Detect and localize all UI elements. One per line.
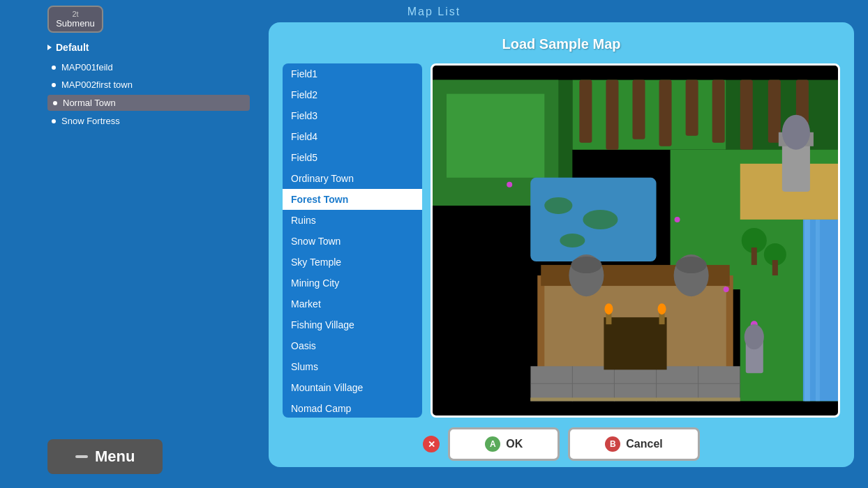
svg-point-41: [658, 303, 666, 314]
sidebar: Default MAP001feild MAP002first town Nor…: [47, 42, 250, 446]
sidebar-item-normaltown[interactable]: Normal Town: [47, 95, 250, 111]
dot-icon: [53, 101, 57, 105]
menu-button[interactable]: Menu: [47, 439, 163, 474]
svg-rect-14: [447, 94, 544, 178]
submenu-icon: 2t: [56, 10, 95, 18]
svg-rect-5: [606, 80, 618, 150]
svg-point-46: [507, 182, 512, 188]
cancel-button[interactable]: B Cancel: [568, 427, 699, 461]
list-item[interactable]: Ruins: [283, 210, 422, 231]
dialog-title: Load Sample Map: [283, 36, 840, 52]
b-badge: B: [605, 436, 620, 452]
sidebar-list: MAP001feild MAP002first town Normal Town…: [47, 60, 250, 128]
submenu-button[interactable]: 2t Submenu: [47, 6, 103, 33]
sidebar-group-label: Default: [47, 42, 250, 53]
dot-icon: [52, 83, 56, 87]
svg-point-55: [744, 324, 764, 349]
list-item[interactable]: Field5: [283, 147, 422, 168]
submenu-label: Submenu: [56, 18, 95, 29]
list-item[interactable]: Field1: [283, 63, 422, 84]
dot-icon: [52, 66, 56, 70]
list-item[interactable]: Fishing Village: [283, 314, 422, 335]
svg-point-17: [583, 210, 618, 229]
svg-rect-8: [686, 80, 698, 136]
svg-point-39: [604, 303, 613, 314]
svg-rect-53: [772, 260, 778, 275]
svg-point-18: [560, 234, 585, 247]
list-item[interactable]: Market: [283, 293, 422, 314]
ok-button[interactable]: A OK: [448, 427, 560, 461]
svg-point-48: [724, 287, 729, 292]
list-item[interactable]: Nomad Camp: [283, 398, 422, 418]
a-badge: A: [485, 436, 500, 452]
list-item[interactable]: Field3: [283, 105, 422, 126]
map-preview: [431, 63, 840, 418]
svg-rect-10: [740, 80, 753, 150]
dialog-content: Field1 Field2 Field3 Field4 Field5 Ordin…: [283, 63, 840, 418]
top-hint: Map List: [407, 6, 461, 18]
list-item[interactable]: Mountain Village: [283, 377, 422, 398]
svg-rect-56: [433, 275, 530, 401]
svg-rect-6: [632, 80, 645, 139]
map-canvas-svg: [433, 66, 838, 415]
svg-point-16: [544, 197, 572, 214]
x-close-icon[interactable]: ✕: [423, 436, 440, 452]
list-item[interactable]: Field2: [283, 84, 422, 105]
list-item-selected[interactable]: Forest Town: [283, 189, 422, 210]
svg-point-47: [675, 217, 680, 222]
sidebar-item-map001[interactable]: MAP001feild: [47, 60, 250, 75]
list-item[interactable]: Sky Temple: [283, 252, 422, 273]
load-sample-map-dialog: Load Sample Map Field1 Field2 Field3 Fie…: [269, 22, 854, 467]
svg-rect-2: [572, 80, 726, 150]
list-item[interactable]: Snow Town: [283, 231, 422, 252]
svg-rect-37: [604, 317, 666, 369]
list-item[interactable]: Slums: [283, 356, 422, 377]
svg-rect-44: [805, 220, 810, 401]
sidebar-item-map002[interactable]: MAP002first town: [47, 77, 250, 92]
list-item[interactable]: Ordinary Town: [283, 168, 422, 189]
triangle-icon: [47, 45, 52, 50]
list-item[interactable]: Mining City: [283, 273, 422, 293]
svg-rect-7: [659, 80, 672, 146]
svg-point-28: [571, 257, 601, 273]
dot-icon: [52, 119, 56, 123]
sidebar-item-snowfortress[interactable]: Snow Fortress: [47, 114, 250, 128]
dialog-footer: ✕ A OK B Cancel: [283, 427, 840, 461]
minus-icon: [75, 455, 88, 458]
list-item[interactable]: Oasis: [283, 335, 422, 356]
svg-point-23: [782, 115, 810, 150]
map-list-container: Field1 Field2 Field3 Field4 Field5 Ordin…: [283, 63, 422, 418]
svg-rect-9: [712, 80, 725, 143]
svg-rect-51: [751, 247, 757, 265]
list-item[interactable]: Field4: [283, 126, 422, 147]
svg-rect-45: [816, 220, 820, 401]
svg-rect-57: [530, 397, 740, 401]
svg-point-30: [676, 257, 707, 273]
svg-rect-4: [579, 80, 592, 143]
map-list: Field1 Field2 Field3 Field4 Field5 Ordin…: [283, 63, 422, 418]
